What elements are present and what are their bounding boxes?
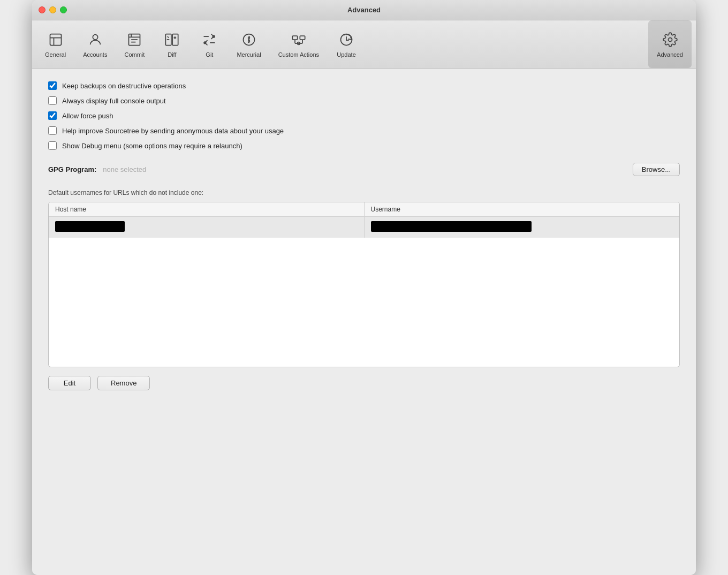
table-body	[49, 217, 679, 367]
checkbox-debug[interactable]	[48, 141, 57, 150]
update-icon	[338, 31, 355, 48]
hostname-redacted	[55, 221, 125, 232]
gpg-value: none selected	[103, 165, 626, 173]
checkbox-row-console: Always display full console output	[48, 96, 680, 105]
git-icon	[201, 31, 218, 48]
checkbox-backups[interactable]	[48, 81, 57, 90]
svg-rect-10	[173, 34, 179, 45]
checkbox-row-backups: Keep backups on destructive operations	[48, 81, 680, 90]
general-icon	[47, 31, 64, 48]
update-label: Update	[337, 51, 355, 58]
diff-label: Diff	[168, 51, 176, 58]
toolbar-item-accounts[interactable]: Accounts	[74, 20, 116, 68]
commit-label: Commit	[124, 51, 145, 58]
checkbox-row-force-push: Allow force push	[48, 111, 680, 120]
table-header-username: Username	[365, 202, 680, 216]
toolbar-item-general[interactable]: General	[36, 20, 74, 68]
bottom-buttons: Edit Remove	[48, 376, 680, 390]
checkbox-force-push[interactable]	[48, 111, 57, 120]
checkbox-group: Keep backups on destructive operations A…	[48, 81, 680, 150]
minimize-button[interactable]	[49, 6, 56, 13]
mercurial-label: Mercurial	[237, 51, 261, 58]
remove-button[interactable]: Remove	[97, 376, 150, 390]
svg-rect-0	[50, 34, 61, 45]
browse-button[interactable]: Browse...	[633, 163, 680, 176]
svg-rect-19	[292, 36, 297, 40]
accounts-icon	[87, 31, 104, 48]
mercurial-icon	[240, 31, 257, 48]
diff-icon	[163, 31, 180, 48]
checkbox-improve-label[interactable]: Help improve Sourcetree by sending anony…	[62, 127, 284, 135]
advanced-label: Advanced	[657, 51, 683, 58]
title-bar: Advanced	[32, 0, 696, 20]
commit-icon	[126, 31, 143, 48]
table-header-hostname: Host name	[49, 202, 365, 216]
usernames-table: Host name Username	[48, 202, 680, 367]
general-label: General	[45, 51, 66, 58]
checkbox-console[interactable]	[48, 96, 57, 105]
svg-point-26	[668, 37, 672, 41]
accounts-label: Accounts	[83, 51, 107, 58]
toolbar-item-custom-actions[interactable]: Custom Actions	[270, 20, 328, 68]
svg-point-3	[93, 34, 97, 39]
content-area: Keep backups on destructive operations A…	[32, 69, 696, 575]
checkbox-improve[interactable]	[48, 126, 57, 135]
traffic-lights	[39, 6, 67, 13]
advanced-icon	[662, 31, 679, 48]
username-redacted	[371, 221, 532, 232]
toolbar-item-commit[interactable]: Commit	[116, 20, 153, 68]
toolbar-item-advanced[interactable]: Advanced	[648, 20, 692, 68]
edit-button[interactable]: Edit	[48, 376, 91, 390]
toolbar-item-git[interactable]: Git	[191, 20, 228, 68]
table-cell-username	[365, 217, 680, 238]
checkbox-row-improve: Help improve Sourcetree by sending anony…	[48, 126, 680, 135]
window-title: Advanced	[347, 6, 381, 14]
custom-actions-label: Custom Actions	[278, 51, 319, 58]
custom-actions-icon	[290, 31, 307, 48]
table-header: Host name Username	[49, 202, 679, 217]
checkbox-force-push-label[interactable]: Allow force push	[62, 112, 113, 120]
toolbar: General Accounts	[32, 20, 696, 69]
checkbox-debug-label[interactable]: Show Debug menu (some options may requir…	[62, 142, 242, 150]
gpg-label: GPG Program:	[48, 165, 96, 173]
close-button[interactable]	[39, 6, 46, 13]
checkbox-row-debug: Show Debug menu (some options may requir…	[48, 141, 680, 150]
toolbar-item-update[interactable]: Update	[328, 20, 365, 68]
table-cell-hostname	[49, 217, 365, 238]
section-label: Default usernames for URLs which do not …	[48, 189, 680, 196]
toolbar-item-mercurial[interactable]: Mercurial	[228, 20, 269, 68]
table-row[interactable]	[49, 217, 679, 238]
toolbar-item-diff[interactable]: Diff	[153, 20, 191, 68]
svg-line-12	[168, 36, 169, 37]
maximize-button[interactable]	[60, 6, 67, 13]
checkbox-backups-label[interactable]: Keep backups on destructive operations	[62, 82, 186, 90]
svg-rect-20	[300, 36, 305, 40]
checkbox-console-label[interactable]: Always display full console output	[62, 97, 166, 105]
gpg-row: GPG Program: none selected Browse...	[48, 163, 680, 176]
git-label: Git	[206, 51, 213, 58]
